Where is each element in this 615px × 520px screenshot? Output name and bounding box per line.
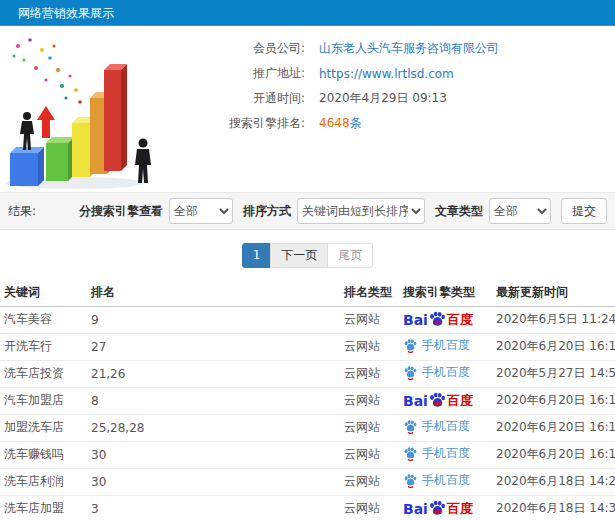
baidu-paw-icon — [403, 338, 418, 353]
info-label: 推广地址: — [185, 65, 305, 82]
rank-cell[interactable]: 27 — [91, 333, 344, 360]
table-row: 汽车美容9云网站Baidu百度2020年6月5日 11:24 — [0, 306, 615, 333]
rank-type-cell: 云网站 — [344, 360, 403, 387]
table-row: 开洗车行27云网站手机百度2020年6月20日 16:16 — [0, 333, 615, 360]
info-label: 会员公司: — [185, 40, 305, 57]
mobile-baidu-logo: 手机百度 — [403, 418, 470, 435]
table-body: 汽车美容9云网站Baidu百度2020年6月5日 11:24开洗车行27云网站手… — [0, 306, 615, 520]
page-number-current[interactable]: 1 — [242, 243, 272, 268]
keyword-cell: 洗车店投资 — [0, 360, 91, 387]
info-value-link[interactable]: https://www.lrtlsd.com — [319, 67, 454, 81]
engine-rank-count: 4648条 — [319, 115, 362, 132]
keyword-cell: 洗车赚钱吗 — [0, 441, 91, 468]
bar-chart-illustration — [0, 28, 185, 190]
updated-cell: 2020年6月20日 16:16 — [496, 333, 615, 360]
company-info-panel: 会员公司:山东老人头汽车服务咨询有限公司推广地址:https://www.lrt… — [0, 26, 615, 192]
rank-type-cell: 云网站 — [344, 387, 403, 414]
baidu-paw-icon: du — [428, 391, 447, 410]
engine-cell: Baidu百度 — [403, 495, 496, 520]
rank-cell[interactable]: 21,26 — [91, 360, 344, 387]
rank-type-cell: 云网站 — [344, 306, 403, 333]
businessman-right — [135, 139, 151, 184]
baidu-paw-icon: du — [428, 499, 447, 518]
mobile-baidu-label: 手机百度 — [422, 337, 470, 354]
rank-count-number: 4648 — [319, 116, 350, 130]
svg-text:du: du — [434, 319, 442, 325]
table-header-row: 关键词 排名 排名类型 搜索引擎类型 最新更新时间 — [0, 280, 615, 306]
baidu-paw-icon: du — [428, 310, 447, 329]
engine-cell: 手机百度 — [403, 468, 496, 495]
rank-cell[interactable]: 9 — [91, 306, 344, 333]
baidu-logo: Baidu百度 — [403, 310, 473, 329]
rank-type-cell: 云网站 — [344, 441, 403, 468]
updated-cell: 2020年6月5日 11:24 — [496, 306, 615, 333]
baidu-logo-bai: Bai — [403, 312, 428, 328]
updated-cell: 2020年6月20日 16:12 — [496, 441, 615, 468]
confetti-dots — [13, 38, 82, 104]
engine-filter-label: 分搜索引擎查看 — [79, 203, 163, 220]
article-type-select[interactable]: 全部 — [489, 198, 551, 224]
rank-type-cell: 云网站 — [344, 333, 403, 360]
keyword-cell: 加盟洗车店 — [0, 414, 91, 441]
info-row: 推广地址:https://www.lrtlsd.com — [185, 61, 615, 86]
engine-cell: 手机百度 — [403, 360, 496, 387]
mobile-baidu-label: 手机百度 — [422, 418, 470, 435]
keyword-cell: 洗车店加盟 — [0, 495, 91, 520]
sort-filter-select[interactable]: 关键词由短到长排序 — [297, 198, 425, 224]
col-header-engine-type: 搜索引擎类型 — [403, 280, 496, 306]
baidu-paw-icon — [403, 446, 418, 461]
page-title: 网络营销效果展示 — [0, 0, 615, 26]
svg-text:du: du — [434, 508, 442, 514]
submit-button[interactable]: 提交 — [561, 198, 607, 224]
mobile-baidu-label: 手机百度 — [422, 472, 470, 489]
keyword-cell: 开洗车行 — [0, 333, 91, 360]
table-row: 洗车店利润30云网站手机百度2020年6月18日 14:27 — [0, 468, 615, 495]
next-page-button[interactable]: 下一页 — [270, 243, 328, 268]
info-label: 搜索引擎排名: — [185, 115, 305, 132]
table-row: 洗车赚钱吗30云网站手机百度2020年6月20日 16:12 — [0, 441, 615, 468]
keyword-cell: 洗车店利润 — [0, 468, 91, 495]
engine-cell: Baidu百度 — [403, 387, 496, 414]
mobile-baidu-label: 手机百度 — [422, 445, 470, 462]
engine-cell: 手机百度 — [403, 333, 496, 360]
businessman-left — [20, 112, 34, 150]
mobile-baidu-logo: 手机百度 — [403, 364, 470, 381]
engine-cell: Baidu百度 — [403, 306, 496, 333]
rank-cell[interactable]: 25,28,28 — [91, 414, 344, 441]
info-value: 2020年4月29日 09:13 — [319, 90, 447, 107]
mobile-baidu-logo: 手机百度 — [403, 445, 470, 462]
col-header-rank: 排名 — [91, 280, 344, 306]
info-value-link[interactable]: 山东老人头汽车服务咨询有限公司 — [319, 40, 499, 57]
rank-cell[interactable]: 8 — [91, 387, 344, 414]
sort-filter-label: 排序方式 — [243, 203, 291, 220]
ranking-table: 关键词 排名 排名类型 搜索引擎类型 最新更新时间 汽车美容9云网站Baidu百… — [0, 280, 615, 520]
rank-cell[interactable]: 3 — [91, 495, 344, 520]
info-row: 搜索引擎排名:4648条 — [185, 111, 615, 136]
updated-cell: 2020年6月20日 16:11 — [496, 414, 615, 441]
article-type-label: 文章类型 — [435, 203, 483, 220]
rank-count-suffix: 条 — [350, 116, 362, 130]
updated-cell: 2020年6月20日 16:12 — [496, 387, 615, 414]
baidu-logo-bai: Bai — [403, 501, 428, 517]
info-list: 会员公司:山东老人头汽车服务咨询有限公司推广地址:https://www.lrt… — [185, 26, 615, 136]
updated-cell: 2020年6月18日 14:30 — [496, 495, 615, 520]
engine-filter-select[interactable]: 全部 — [169, 198, 233, 224]
pagination: 1 下一页 尾页 — [0, 230, 615, 280]
last-page-button[interactable]: 尾页 — [327, 243, 373, 268]
engine-cell: 手机百度 — [403, 441, 496, 468]
rank-cell[interactable]: 30 — [91, 468, 344, 495]
keyword-cell: 汽车美容 — [0, 306, 91, 333]
up-arrow-icon — [37, 106, 55, 138]
table-row: 汽车加盟店8云网站Baidu百度2020年6月20日 16:12 — [0, 387, 615, 414]
engine-cell: 手机百度 — [403, 414, 496, 441]
info-row: 开通时间:2020年4月29日 09:13 — [185, 86, 615, 111]
svg-text:du: du — [434, 400, 442, 406]
col-header-keyword: 关键词 — [0, 280, 91, 306]
rank-cell[interactable]: 30 — [91, 441, 344, 468]
baidu-paw-icon — [403, 365, 418, 380]
baidu-logo-cn: 百度 — [447, 311, 473, 329]
baidu-logo-bai: Bai — [403, 393, 428, 409]
result-label: 结果: — [8, 203, 36, 220]
updated-cell: 2020年5月27日 14:58 — [496, 360, 615, 387]
keyword-cell: 汽车加盟店 — [0, 387, 91, 414]
